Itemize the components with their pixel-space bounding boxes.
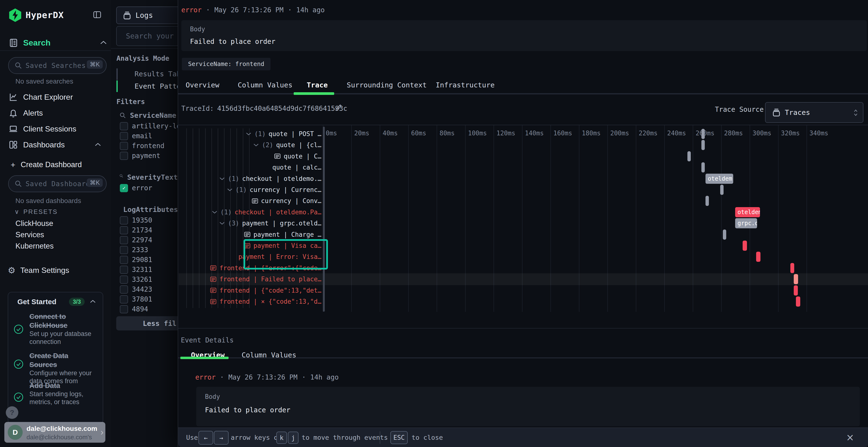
chevron-up-icon[interactable] xyxy=(90,300,96,304)
facet-item-21734[interactable]: 21734 xyxy=(117,225,178,235)
checkbox[interactable] xyxy=(120,216,128,225)
facet-item-37801[interactable]: 37801 xyxy=(117,294,178,304)
span-bar[interactable] xyxy=(794,285,798,296)
span-bar[interactable] xyxy=(687,151,691,161)
span-bar[interactable] xyxy=(720,185,723,195)
facet-group-header[interactable]: LogAttributes xyxy=(117,204,178,215)
facet-item-33261[interactable]: 33261 xyxy=(117,275,178,284)
trace-tree-row[interactable]: frontend | × {"code":13,"d… xyxy=(178,296,321,307)
help-button[interactable]: ? xyxy=(6,406,18,419)
checkbox[interactable] xyxy=(120,142,128,150)
facet-item-32311[interactable]: 32311 xyxy=(117,265,178,275)
span-bar[interactable] xyxy=(702,129,705,139)
trace-tree-row[interactable]: currency | Conv… xyxy=(178,195,321,206)
trace-tree-row[interactable]: (1)checkout | oteldemo.… xyxy=(178,173,321,184)
checkbox[interactable] xyxy=(120,305,128,313)
tab-surrounding-context[interactable]: Surrounding Context xyxy=(347,81,427,90)
sidebar-item-dashboards[interactable]: Dashboards xyxy=(7,137,105,153)
span-bar[interactable] xyxy=(794,274,798,284)
tab-trace[interactable]: Trace xyxy=(307,81,328,90)
trace-tree-row[interactable]: (3)payment | grpc.oteld… xyxy=(178,218,321,229)
facet-item-34423[interactable]: 34423 xyxy=(117,284,178,294)
checkbox[interactable] xyxy=(120,246,128,254)
span-bar[interactable]: oteldem xyxy=(735,207,760,217)
preset-services[interactable]: Services xyxy=(16,229,102,240)
span-bar[interactable] xyxy=(706,196,709,206)
sidebar-collapse-icon[interactable] xyxy=(93,10,102,19)
facet-item-frontend[interactable]: frontend xyxy=(117,141,178,151)
preset-kubernetes[interactable]: Kubernetes xyxy=(16,240,102,252)
checkbox[interactable] xyxy=(120,226,128,234)
trace-tree-row[interactable]: frontend | Failed to place… xyxy=(178,274,321,285)
chevron-down-icon[interactable] xyxy=(212,210,217,214)
span-bar[interactable] xyxy=(702,140,705,150)
footer-text: to close xyxy=(411,434,443,441)
tab-column-values[interactable]: Column Values xyxy=(238,81,292,90)
span-bar[interactable]: grpc.o xyxy=(735,218,757,228)
checkbox[interactable] xyxy=(120,122,128,130)
span-label: frontend | {"code":13,"det… xyxy=(219,287,321,294)
span-bar[interactable] xyxy=(743,241,747,251)
checkbox[interactable] xyxy=(120,256,128,264)
event-details-tab-column-values[interactable]: Column Values xyxy=(242,351,296,360)
trace-tree-row[interactable]: quote | calc… xyxy=(178,162,321,173)
span-bar[interactable] xyxy=(796,297,800,307)
edit-icon[interactable] xyxy=(334,103,343,112)
facet-item-error[interactable]: ✓error xyxy=(117,183,178,193)
facet-item-19350[interactable]: 19350 xyxy=(117,215,178,225)
chevron-up-icon[interactable] xyxy=(100,40,107,45)
checkbox[interactable] xyxy=(120,132,128,140)
trace-source-select[interactable]: Traces xyxy=(765,102,863,123)
checkbox[interactable] xyxy=(120,285,128,294)
saved-dashboards-input[interactable]: Saved Dashboards ⌘K xyxy=(8,175,106,192)
trace-tree-row[interactable]: (1)quote | POST … xyxy=(178,128,321,139)
checkbox[interactable] xyxy=(120,276,128,284)
checkbox[interactable] xyxy=(120,295,128,304)
tree-panel-scrollbar[interactable] xyxy=(323,127,325,312)
checkbox[interactable] xyxy=(120,236,128,244)
sidebar-item-search[interactable]: Search xyxy=(0,36,111,50)
chevron-down-icon[interactable] xyxy=(219,177,225,180)
facet-item-22974[interactable]: 22974 xyxy=(117,235,178,245)
facet-item-2333[interactable]: 2333 xyxy=(117,245,178,255)
trace-tree-row[interactable]: (2)quote | {cl… xyxy=(178,139,321,150)
chevron-down-icon[interactable] xyxy=(246,132,251,136)
close-icon[interactable]: × xyxy=(846,432,854,443)
trace-tree-row[interactable]: (1)checkout | oteldemo.Pa… xyxy=(178,207,321,218)
facet-item-29081[interactable]: 29081 xyxy=(117,255,178,265)
facet-group-logattributes: LogAttributes193502173422974233329081323… xyxy=(117,204,178,325)
chevron-down-icon[interactable] xyxy=(219,221,225,225)
checkbox[interactable]: ✓ xyxy=(120,184,128,192)
create-dashboard-button[interactable]: + Create Dashboard xyxy=(10,160,82,170)
facet-group-header[interactable]: SeverityText xyxy=(117,171,178,183)
trace-tree-row[interactable]: (1)currency | Currenc… xyxy=(178,184,321,195)
facet-item-email[interactable]: email xyxy=(117,131,178,141)
chevron-down-icon[interactable] xyxy=(227,188,233,192)
span-bar[interactable] xyxy=(756,252,761,262)
preset-clickhouse[interactable]: ClickHouse xyxy=(16,218,102,229)
tab-infrastructure[interactable]: Infrastructure xyxy=(436,81,495,90)
sidebar-item-chart-explorer[interactable]: Chart Explorer xyxy=(7,89,105,105)
tab-overview[interactable]: Overview xyxy=(186,81,219,90)
span-bar[interactable] xyxy=(790,263,794,273)
saved-searches-input[interactable]: Saved Searches ⌘K xyxy=(8,57,106,74)
sidebar-item-alerts[interactable]: Alerts xyxy=(7,105,105,121)
presets-header[interactable]: ∨ PRESETS xyxy=(14,208,58,215)
facet-item-4894[interactable]: 4894 xyxy=(117,304,178,314)
trace-tree-row[interactable]: quote | C… xyxy=(178,151,321,162)
sidebar-item-client-sessions[interactable]: Client Sessions xyxy=(7,121,105,137)
checkbox[interactable] xyxy=(120,266,128,274)
trace-tree-row[interactable]: payment | Charge … xyxy=(178,229,321,240)
chevron-down-icon[interactable] xyxy=(253,143,259,147)
facet-item-payment[interactable]: payment xyxy=(117,151,178,161)
facet-item-artillery-loa[interactable]: artillery-loa xyxy=(117,121,178,131)
trace-tree-row[interactable]: frontend | {"code":13,"det… xyxy=(178,285,321,296)
span-bar[interactable] xyxy=(702,162,705,172)
checkbox[interactable] xyxy=(120,152,128,160)
user-menu[interactable]: D dale@clickhouse.com dale@clickhouse.co… xyxy=(4,422,105,443)
sidebar-item-team-settings[interactable]: ⚙ Team Settings xyxy=(7,263,105,277)
service-name-chip[interactable]: ServiceName: frontend xyxy=(182,58,271,70)
span-bar[interactable]: oteldem xyxy=(706,174,733,184)
span-bar[interactable] xyxy=(723,230,726,240)
facet-group-header[interactable]: ServiceName xyxy=(117,110,178,121)
